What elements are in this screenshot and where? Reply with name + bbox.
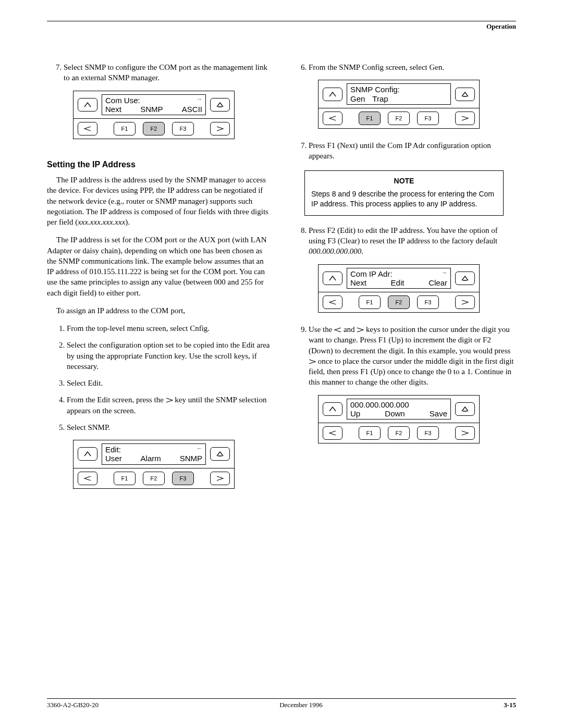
page-footer: 3360-A2-GB20-20 December 1996 3-15 <box>47 698 516 709</box>
panel-com-use: Com Use:→ Next SNMP ASCII F1 F2 F3 <box>73 91 235 140</box>
btn-f3[interactable]: F3 <box>417 426 439 440</box>
paragraph-1: The IP address is the address used by th… <box>47 175 271 227</box>
triangle-up-icon <box>329 276 336 281</box>
triangle-up-icon <box>84 451 91 456</box>
triangle-right-icon <box>166 398 173 403</box>
footer-doc-id: 3360-A2-GB20-20 <box>47 701 99 709</box>
btn-right[interactable] <box>210 472 230 485</box>
btn-up[interactable] <box>323 402 342 416</box>
triangle-right-icon <box>461 300 469 305</box>
btn-up[interactable] <box>78 447 97 461</box>
btn-f3[interactable]: F3 <box>172 122 194 135</box>
btn-f1[interactable]: F1 <box>114 122 136 135</box>
right-step8-list: Press F2 (Edit) to edit the IP address. … <box>292 225 516 257</box>
btn-f2[interactable]: F2 <box>388 426 410 440</box>
paragraph-2: The IP address is set for the COM port o… <box>47 235 271 298</box>
note-body: Steps 8 and 9 describe the process for e… <box>311 189 497 209</box>
screen-opt: Up <box>350 409 360 418</box>
note-title: NOTE <box>311 176 497 186</box>
left-step-4: From the Edit screen, press the key unti… <box>67 394 271 416</box>
screen-title: 000.000.000.000 <box>350 400 409 409</box>
screen-opt: ASCII <box>182 105 202 114</box>
btn-home[interactable] <box>455 402 475 416</box>
triangle-up-icon <box>329 92 336 97</box>
left-step-7: Select SNMP to configure the COM port as… <box>64 62 271 83</box>
btn-left[interactable] <box>323 295 342 309</box>
panel-row-screen: Com IP Adr:→ Next Edit Clear <box>319 265 479 292</box>
note-box: NOTE Steps 8 and 9 describe the process … <box>304 170 504 216</box>
panel-row-fkeys: F1 F2 F3 <box>319 423 479 443</box>
fkey-row: F1 F2 F3 <box>102 472 206 485</box>
btn-f3[interactable]: F3 <box>172 472 194 485</box>
btn-home[interactable] <box>210 447 230 461</box>
screen-title: SNMP Config: <box>350 85 400 94</box>
triangle-right-icon <box>216 476 224 481</box>
panel-row-fkeys: F1 F2 F3 <box>74 118 234 139</box>
btn-f2[interactable]: F2 <box>388 112 410 125</box>
btn-up[interactable] <box>323 88 342 101</box>
screen-opt: Alarm <box>141 454 161 463</box>
screen-opt: Next <box>350 278 366 287</box>
btn-right[interactable] <box>455 426 475 440</box>
p1-end: ). <box>125 218 130 226</box>
btn-f1[interactable]: F1 <box>359 426 381 440</box>
btn-f1[interactable]: F1 <box>359 112 381 125</box>
panel-row-screen: Com Use:→ Next SNMP ASCII <box>74 91 234 119</box>
btn-home[interactable] <box>210 98 230 112</box>
btn-f1[interactable]: F1 <box>359 295 381 309</box>
left-steps-1-5: From the top-level menu screen, select C… <box>50 323 271 433</box>
paragraph-3: To assign an IP address to the COM port, <box>56 305 271 316</box>
content-columns: Select SNMP to configure the COM port as… <box>47 62 516 500</box>
btn-right[interactable] <box>455 112 475 125</box>
btn-f2[interactable]: F2 <box>388 295 410 309</box>
btn-left[interactable] <box>78 472 97 485</box>
triangle-double-up-icon <box>461 276 469 281</box>
btn-right[interactable] <box>455 295 475 309</box>
arrow-right-icon: → <box>197 96 202 105</box>
btn-f2[interactable]: F2 <box>143 122 165 135</box>
screen-title: Com IP Adr: <box>350 269 393 278</box>
triangle-left-icon <box>84 476 91 481</box>
btn-f2[interactable]: F2 <box>143 472 165 485</box>
s8-a: Press F2 (Edit) to edit the IP address. … <box>309 226 498 245</box>
btn-f1[interactable]: F1 <box>114 472 136 485</box>
btn-up[interactable] <box>78 98 97 112</box>
left-column: Select SNMP to configure the COM port as… <box>47 62 271 500</box>
footer-page: 3-15 <box>504 701 516 709</box>
panel-row-screen: SNMP Config: Gen Trap <box>319 80 479 108</box>
btn-right[interactable] <box>210 122 230 135</box>
triangle-left-icon <box>84 126 91 131</box>
screen-opt: Save <box>430 409 447 418</box>
left-step-3: Select Edit. <box>67 378 271 388</box>
triangle-right-icon <box>309 359 316 364</box>
triangle-right-icon <box>461 116 469 121</box>
header-section: Operation <box>47 22 516 31</box>
btn-left[interactable] <box>323 426 342 440</box>
panel-row-fkeys: F1 F2 F3 <box>319 292 479 312</box>
panel-snmp-config: SNMP Config: Gen Trap F1 F2 F3 <box>318 80 480 129</box>
panel-edit: Edit:← User Alarm SNMP F1 F2 F3 <box>73 440 235 489</box>
btn-f3[interactable]: F3 <box>417 295 439 309</box>
s8-b: . <box>361 247 363 255</box>
btn-up[interactable] <box>323 272 342 285</box>
triangle-double-up-icon <box>216 451 224 456</box>
lcd-screen: SNMP Config: Gen Trap <box>347 83 451 105</box>
btn-f3[interactable]: F3 <box>417 112 439 125</box>
btn-home[interactable] <box>455 88 475 101</box>
triangle-right-icon <box>461 430 469 436</box>
s8-italic: 000.000.000.000 <box>309 247 361 255</box>
fkey-row: F1 F2 F3 <box>102 122 206 135</box>
screen-title: Edit: <box>105 445 121 454</box>
btn-home[interactable] <box>455 272 475 285</box>
screen-opt: User <box>105 454 122 463</box>
triangle-left-icon <box>329 116 336 121</box>
triangle-double-up-icon <box>461 406 469 412</box>
btn-left[interactable] <box>323 112 342 125</box>
triangle-double-up-icon <box>216 102 224 107</box>
triangle-up-icon <box>329 406 336 412</box>
triangle-up-icon <box>84 102 91 107</box>
lcd-screen: Edit:← User Alarm SNMP <box>102 443 206 465</box>
right-step6-list: From the SNMP Config screen, select Gen. <box>292 62 516 72</box>
left-step-1: From the top-level menu screen, select C… <box>67 323 271 334</box>
btn-left[interactable] <box>78 122 97 135</box>
